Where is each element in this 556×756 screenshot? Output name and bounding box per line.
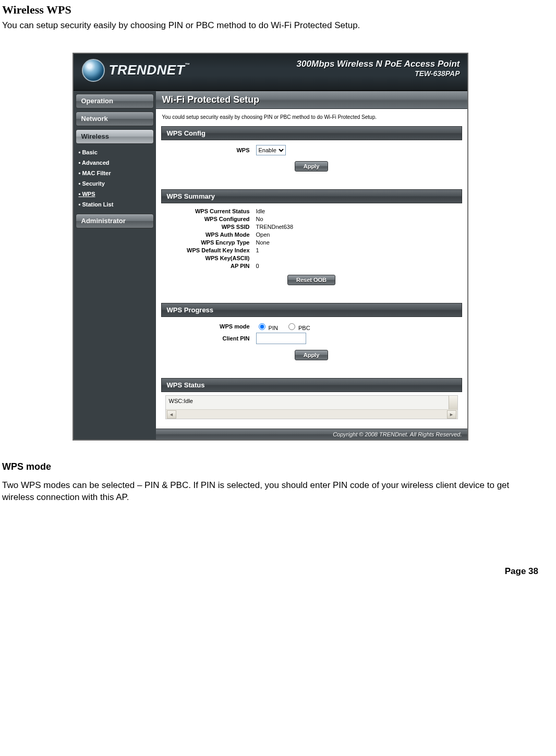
brand-text: TRENDNET™ — [109, 62, 190, 78]
subnav-wps[interactable]: • WPS — [77, 189, 153, 199]
lbl-configured: WPS Configured — [161, 216, 255, 222]
doc-subheading: WPS mode — [2, 461, 540, 472]
nav-operation[interactable]: Operation — [76, 94, 154, 108]
brand-logo: TRENDNET™ — [82, 59, 190, 82]
subnav-station-list[interactable]: • Station List — [77, 199, 153, 210]
apply-button-config[interactable]: Apply — [295, 161, 329, 172]
lbl-key-ascii: WPS Key(ASCII) — [161, 255, 255, 261]
doc-heading: Wireless WPS — [2, 3, 540, 17]
radio-pbc-wrap[interactable]: PBC — [286, 325, 310, 331]
panel-wps-summary-title: WPS Summary — [161, 189, 462, 203]
val-ssid: TRENDnet638 — [255, 224, 462, 230]
doc-subtext: Two WPS modes can be selected – PIN & PB… — [2, 480, 540, 504]
radio-pin-label: PIN — [269, 325, 278, 331]
lbl-current-status: WPS Current Status — [161, 208, 255, 214]
status-textarea[interactable]: WSC:Idle ◄ ► — [165, 395, 458, 419]
wireless-subnav: • Basic • Advanced • MAC Filter • Securi… — [77, 147, 153, 210]
lbl-ssid: WPS SSID — [161, 224, 255, 230]
panel-wps-status-title: WPS Status — [161, 378, 462, 392]
val-def-key-idx: 1 — [255, 247, 462, 253]
radio-pin[interactable] — [259, 323, 265, 330]
val-current-status: Idle — [255, 208, 462, 214]
panel-wps-summary: WPS Summary WPS Current StatusIdle WPS C… — [161, 189, 462, 294]
page-number: Page 38 — [0, 566, 540, 577]
panel-wps-config: WPS Config WPS Enable — [161, 126, 462, 180]
lbl-def-key-idx: WPS Default Key Index — [161, 247, 255, 253]
lbl-auth-mode: WPS Auth Mode — [161, 231, 255, 238]
radio-pbc-label: PBC — [298, 325, 310, 331]
radio-pbc[interactable] — [288, 323, 295, 330]
subnav-security[interactable]: • Security — [77, 178, 153, 189]
panel-wps-progress: WPS Progress WPS mode PIN PBC Client P — [161, 303, 462, 369]
nav-wireless[interactable]: Wireless — [76, 129, 154, 144]
subnav-mac-filter[interactable]: • MAC Filter — [77, 168, 153, 178]
lbl-ap-pin: AP PIN — [161, 263, 255, 269]
lbl-wps-mode: WPS mode — [161, 323, 255, 330]
reset-oob-button[interactable]: Reset OOB — [287, 275, 335, 285]
scrollbar-vertical[interactable] — [449, 396, 457, 409]
nav-administrator[interactable]: Administrator — [76, 214, 154, 228]
val-configured: No — [255, 216, 462, 222]
panel-wps-status: WPS Status WSC:Idle ◄ ► — [161, 378, 462, 422]
sidebar: Operation Network Wireless • Basic • Adv… — [74, 91, 156, 231]
val-ap-pin: 0 — [255, 263, 462, 269]
val-encryp-type: None — [255, 239, 462, 246]
footer-copyright: Copyright © 2008 TRENDnet. All Rights Re… — [156, 429, 467, 440]
label-wps: WPS — [161, 147, 255, 153]
lbl-client-pin: Client PIN — [161, 335, 255, 342]
lbl-encryp-type: WPS Encryp Type — [161, 239, 255, 246]
scrollbar-horizontal[interactable]: ◄ ► — [166, 409, 457, 419]
scroll-right-icon[interactable]: ► — [447, 410, 456, 419]
subnav-advanced[interactable]: • Advanced — [77, 157, 153, 168]
product-title: 300Mbps Wireless N PoE Access Point — [297, 59, 460, 69]
globe-icon — [82, 59, 105, 82]
apply-button-progress[interactable]: Apply — [295, 350, 329, 360]
select-wps-enable[interactable]: Enable — [256, 145, 286, 155]
status-text: WSC:Idle — [166, 396, 457, 409]
nav-network[interactable]: Network — [76, 112, 154, 126]
subnav-basic-label: Basic — [82, 149, 97, 155]
brand-name: TRENDNET — [109, 62, 185, 78]
panel-wps-config-title: WPS Config — [161, 126, 462, 140]
subnav-mac-label: MAC Filter — [82, 170, 111, 176]
subnav-security-label: Security — [82, 180, 104, 187]
doc-intro: You can setup security easily by choosin… — [2, 20, 540, 32]
panel-wps-progress-title: WPS Progress — [161, 303, 462, 317]
page-title: Wi-Fi Protected Setup — [156, 91, 467, 109]
subnav-advanced-label: Advanced — [82, 160, 110, 166]
val-auth-mode: Open — [255, 231, 462, 238]
scroll-left-icon[interactable]: ◄ — [167, 410, 176, 419]
product-model: TEW-638PAP — [297, 69, 460, 78]
router-screenshot: TRENDNET™ 300Mbps Wireless N PoE Access … — [72, 53, 468, 441]
subnav-basic[interactable]: • Basic — [77, 147, 153, 157]
radio-pin-wrap[interactable]: PIN — [256, 325, 278, 331]
page-intro-small: You could setup security easily by choos… — [162, 114, 462, 120]
subnav-station-label: Station List — [82, 201, 113, 208]
input-client-pin[interactable] — [256, 333, 306, 344]
header-bar: TRENDNET™ 300Mbps Wireless N PoE Access … — [74, 54, 467, 91]
subnav-wps-label: WPS — [82, 191, 95, 197]
